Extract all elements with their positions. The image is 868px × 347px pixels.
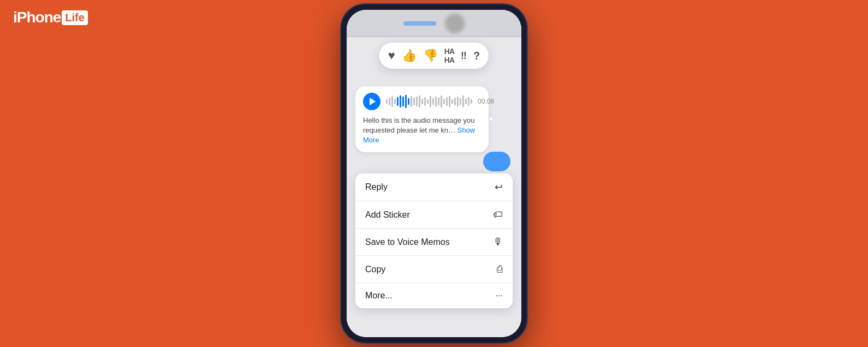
sticker-icon: 🏷: [493, 209, 503, 220]
context-menu: Reply ↩ Add Sticker 🏷 Save to Voice Memo…: [355, 174, 513, 308]
haha-reaction-icon[interactable]: HAHA: [444, 47, 454, 64]
logo-life-text: Life: [62, 10, 88, 25]
question-reaction-icon[interactable]: ?: [473, 50, 480, 62]
menu-item-add-sticker-label: Add Sticker: [365, 210, 410, 220]
send-button-blurred: [483, 152, 510, 171]
menu-item-reply-label: Reply: [365, 182, 388, 192]
heart-reaction-icon[interactable]: ♥: [388, 49, 395, 63]
menu-item-copy-label: Copy: [365, 265, 385, 274]
menu-item-more[interactable]: More... ···: [355, 283, 513, 308]
phone-wrapper: ♥ 👍 👎 HAHA ‼ ?: [341, 4, 527, 343]
thumbsdown-reaction-icon[interactable]: 👎: [423, 49, 438, 63]
menu-item-copy[interactable]: Copy ⎙: [355, 256, 513, 283]
more-icon: ···: [496, 291, 503, 301]
phone-screen: ♥ 👍 👎 HAHA ‼ ?: [347, 10, 521, 337]
thumbsup-reaction-icon[interactable]: 👍: [402, 49, 417, 63]
audio-duration: 00:08: [478, 98, 494, 105]
reply-icon: ↩: [495, 181, 503, 193]
menu-item-reply[interactable]: Reply ↩: [355, 174, 513, 201]
play-button[interactable]: [363, 93, 381, 110]
audio-transcript: Hello this is the audio message you requ…: [363, 116, 481, 146]
contact-avatar: [445, 14, 465, 33]
logo-iphone-text: iPhone: [13, 9, 61, 26]
play-icon: [370, 98, 376, 105]
screen-content: ♥ 👍 👎 HAHA ‼ ?: [347, 10, 521, 337]
menu-item-save-voice-memos-label: Save to Voice Memos: [365, 237, 450, 247]
waveform: [386, 94, 472, 109]
menu-item-more-label: More...: [365, 291, 393, 301]
messages-header: [347, 10, 521, 37]
voice-memos-icon: 🎙: [493, 236, 503, 248]
audio-message-bubble: 00:08 Hello this is the audio message yo…: [355, 86, 489, 152]
logo: iPhone Life: [13, 9, 88, 26]
emphasis-reaction-icon[interactable]: ‼: [461, 50, 467, 62]
phone-frame: ♥ 👍 👎 HAHA ‼ ?: [341, 4, 527, 343]
menu-item-add-sticker[interactable]: Add Sticker 🏷: [355, 201, 513, 229]
reaction-bar: ♥ 👍 👎 HAHA ‼ ?: [379, 43, 489, 69]
copy-icon: ⎙: [497, 264, 503, 275]
menu-item-save-voice-memos[interactable]: Save to Voice Memos 🎙: [355, 229, 513, 256]
audio-player-row: 00:08: [363, 93, 481, 110]
